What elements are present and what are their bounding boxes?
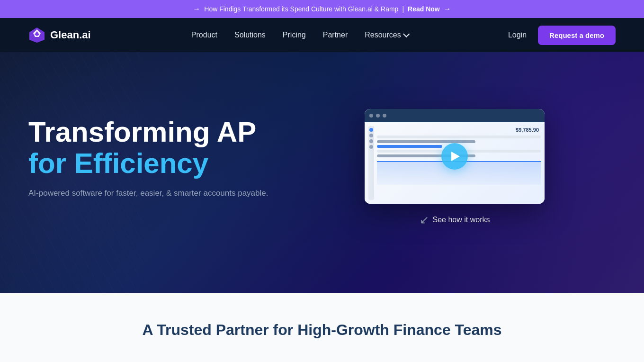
logo-text: Glean.ai xyxy=(50,29,91,41)
nav-link-product[interactable]: Product xyxy=(191,31,217,39)
trusted-section: A Trusted Partner for High-Growth Financ… xyxy=(0,293,644,362)
see-how-section: ↙ See how it works xyxy=(420,213,490,226)
hero-content: Transforming AP for Efficiency AI-powere… xyxy=(28,117,294,218)
logo[interactable]: Glean.ai xyxy=(28,27,91,44)
screenshot-row-2 xyxy=(377,140,475,143)
navbar: Glean.ai Product Solutions Pricing Partn… xyxy=(0,18,644,52)
screenshot-amount: $9,785.90 xyxy=(377,126,541,134)
sidebar-item-3 xyxy=(369,139,373,143)
screenshot-sidebar xyxy=(368,126,374,200)
nav-link-partner[interactable]: Partner xyxy=(323,31,348,39)
banner-arrow-left: → xyxy=(193,5,200,13)
nav-right: Login Request a demo xyxy=(508,26,616,45)
screenshot-header xyxy=(365,109,545,122)
screenshot-row-3 xyxy=(377,145,442,148)
trusted-title: A Trusted Partner for High-Growth Financ… xyxy=(28,321,616,339)
nav-item-solutions[interactable]: Solutions xyxy=(234,31,266,39)
arrow-curve-icon: ↙ xyxy=(420,213,429,226)
top-banner: → How Findigs Transformed its Spend Cult… xyxy=(0,0,644,18)
sidebar-item-4 xyxy=(369,145,373,149)
sidebar-item-1 xyxy=(369,128,373,132)
screenshot-dot-3 xyxy=(383,114,386,118)
banner-cta-link[interactable]: Read Now xyxy=(408,5,440,13)
request-demo-button[interactable]: Request a demo xyxy=(538,26,616,45)
chevron-down-icon xyxy=(403,31,410,37)
banner-text: How Findigs Transformed its Spend Cultur… xyxy=(204,5,398,13)
nav-item-partner[interactable]: Partner xyxy=(323,31,348,39)
hero-title: Transforming AP for Efficiency xyxy=(28,117,294,179)
banner-arrow-right: → xyxy=(444,5,451,13)
play-icon xyxy=(451,152,460,161)
logo-icon xyxy=(28,27,45,44)
nav-link-pricing[interactable]: Pricing xyxy=(283,31,306,39)
nav-item-resources[interactable]: Resources xyxy=(365,31,407,39)
login-link[interactable]: Login xyxy=(508,31,527,39)
nav-links: Product Solutions Pricing Partner Resour… xyxy=(191,31,408,39)
nav-item-pricing[interactable]: Pricing xyxy=(283,31,306,39)
screenshot-dot-1 xyxy=(369,114,373,118)
banner-separator: | xyxy=(402,5,404,13)
hero-title-accent: for Efficiency xyxy=(28,148,294,179)
nav-item-product[interactable]: Product xyxy=(191,31,217,39)
screenshot-row-1 xyxy=(377,136,541,138)
hero-screenshot[interactable]: $9,785.90 xyxy=(365,109,545,204)
sidebar-item-2 xyxy=(369,134,373,137)
screenshot-dot-2 xyxy=(376,114,380,118)
hero-visual: $9,785.90 ↙ See how it works xyxy=(294,109,616,226)
hero-section: Transforming AP for Efficiency AI-powere… xyxy=(0,52,644,293)
play-button[interactable] xyxy=(441,143,468,170)
nav-link-solutions[interactable]: Solutions xyxy=(234,31,266,39)
hero-subtitle: AI-powered software for faster, easier, … xyxy=(28,187,294,199)
see-how-label: See how it works xyxy=(433,216,490,224)
nav-link-resources[interactable]: Resources xyxy=(365,31,407,39)
